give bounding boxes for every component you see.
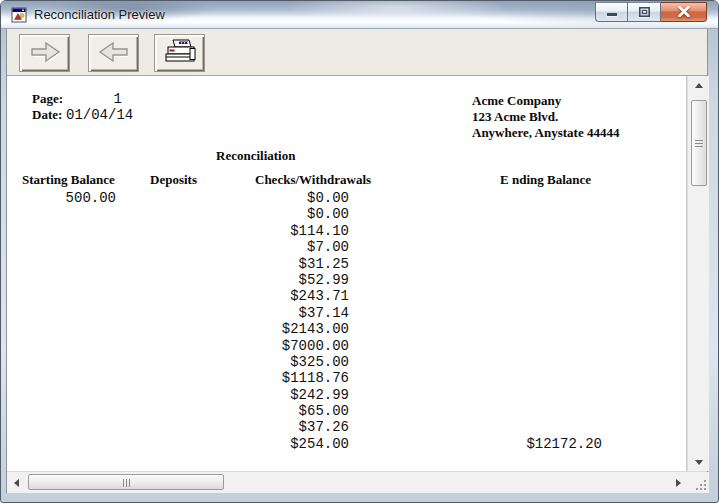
thumb-grip	[695, 140, 703, 147]
check-withdrawal-value: $243.71	[7, 288, 349, 304]
scroll-left-arrow[interactable]	[7, 472, 25, 493]
report-row: $2143.00	[7, 321, 687, 337]
check-withdrawal-value: $325.00	[7, 354, 349, 370]
check-withdrawal-value: $0.00	[7, 190, 349, 206]
column-header-deposits: Deposits	[150, 172, 197, 188]
report-page: Page: 1 Date: 01/04/14 Acme Company 123 …	[7, 76, 687, 471]
report-row: $37.14	[7, 305, 687, 321]
report-row: $65.00	[7, 403, 687, 419]
triangle-down-icon	[695, 460, 703, 465]
report-row: $52.99	[7, 272, 687, 288]
toolbar	[7, 29, 707, 76]
report-row: $37.26	[7, 419, 687, 435]
check-withdrawal-value: $7.00	[7, 239, 349, 255]
company-address-line1: 123 Acme Blvd.	[472, 109, 558, 125]
report-row: 500.00$0.00	[7, 190, 687, 206]
column-header-starting-balance: Starting Balance	[22, 172, 115, 188]
date-value: 01/04/14	[66, 107, 133, 123]
maximize-button[interactable]	[628, 2, 661, 22]
preview-area: Page: 1 Date: 01/04/14 Acme Company 123 …	[7, 76, 707, 471]
horizontal-scrollbar[interactable]	[7, 472, 687, 493]
report-row: $254.00$12172.20	[7, 436, 687, 452]
page-label: Page:	[32, 91, 63, 107]
close-icon	[678, 3, 690, 21]
page-number: 1	[62, 91, 122, 107]
previous-page-button[interactable]	[88, 34, 139, 72]
report-title: Reconciliation	[216, 148, 295, 164]
minimize-button[interactable]	[595, 2, 628, 22]
scroll-right-arrow[interactable]	[669, 472, 687, 493]
window-title: Reconciliation Preview	[34, 7, 165, 22]
triangle-right-icon	[676, 479, 681, 487]
check-withdrawal-value: $31.25	[7, 256, 349, 272]
caption-buttons	[595, 2, 707, 22]
arrow-right-icon	[28, 39, 62, 68]
check-withdrawal-value: $1118.76	[7, 370, 349, 386]
close-button[interactable]	[661, 2, 707, 22]
minimize-icon	[607, 3, 617, 21]
column-header-ending-balance: E nding Balance	[500, 172, 591, 188]
report-row: $7.00	[7, 239, 687, 255]
check-withdrawal-value: $52.99	[7, 272, 349, 288]
next-page-button[interactable]	[19, 34, 70, 72]
report-row: $114.10	[7, 223, 687, 239]
check-withdrawal-value: $7000.00	[7, 338, 349, 354]
check-withdrawal-value: $65.00	[7, 403, 349, 419]
triangle-left-icon	[14, 479, 19, 487]
report-row: $31.25	[7, 256, 687, 272]
resize-grip[interactable]	[687, 472, 709, 493]
reconciliation-preview-window: Reconciliation Preview	[0, 0, 719, 503]
check-withdrawal-value: $37.26	[7, 419, 349, 435]
horizontal-scroll-thumb[interactable]	[28, 474, 224, 490]
report-row: $7000.00	[7, 338, 687, 354]
check-withdrawal-value: $0.00	[7, 206, 349, 222]
report-row: $243.71	[7, 288, 687, 304]
arrow-left-icon	[97, 39, 131, 68]
column-header-checks-withdrawals: Checks/Withdrawals	[255, 172, 371, 188]
date-label: Date:	[32, 107, 62, 123]
titlebar[interactable]: Reconciliation Preview	[1, 1, 718, 29]
ending-balance-value: $12172.20	[7, 436, 602, 452]
report-rows: 500.00$0.00$0.00$114.10$7.00$31.25$52.99…	[7, 190, 687, 452]
scroll-up-arrow[interactable]	[688, 76, 710, 94]
resize-grip-icon	[694, 478, 707, 491]
app-icon[interactable]	[11, 7, 27, 23]
check-withdrawal-value: $37.14	[7, 305, 349, 321]
check-withdrawal-value: $114.10	[7, 223, 349, 239]
report-row: $242.99	[7, 387, 687, 403]
client-area: Page: 1 Date: 01/04/14 Acme Company 123 …	[6, 29, 708, 493]
check-withdrawal-value: $242.99	[7, 387, 349, 403]
printer-icon	[162, 38, 198, 69]
triangle-up-icon	[695, 83, 703, 88]
company-address-line2: Anywhere, Anystate 44444	[472, 125, 619, 141]
bottom-scroll-row	[7, 471, 707, 492]
report-row: $1118.76	[7, 370, 687, 386]
vertical-scrollbar[interactable]	[687, 76, 709, 471]
thumb-grip	[123, 479, 130, 487]
vertical-scroll-thumb[interactable]	[691, 100, 707, 186]
report-row: $0.00	[7, 206, 687, 222]
check-withdrawal-value: $2143.00	[7, 321, 349, 337]
maximize-icon	[639, 3, 650, 21]
report-row: $325.00	[7, 354, 687, 370]
scroll-down-arrow[interactable]	[688, 453, 710, 471]
company-name: Acme Company	[472, 93, 561, 109]
print-button[interactable]	[154, 34, 205, 72]
